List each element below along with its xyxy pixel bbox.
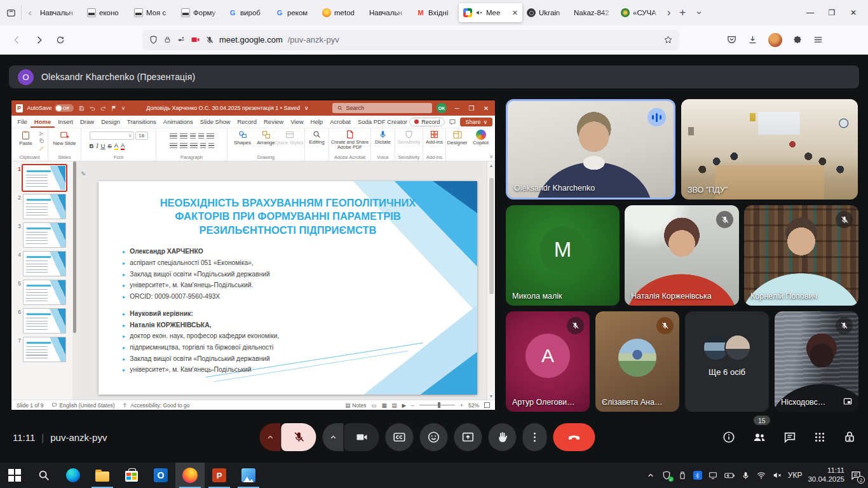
camera-options-chevron-icon[interactable] (322, 423, 343, 451)
taskbar-file-explorer[interactable] (88, 463, 117, 488)
ppt-tab-slideshow[interactable]: Slide Show (196, 116, 234, 128)
align-right-icon[interactable] (190, 143, 198, 149)
slideshow-icon[interactable]: ▶ (402, 402, 407, 409)
tab-scroll-left-icon[interactable]: ‹ (24, 8, 36, 18)
autosave-toggle[interactable]: AutoSave Off (27, 104, 74, 112)
redo-icon[interactable] (100, 105, 107, 112)
picture-in-picture-icon[interactable] (843, 396, 853, 407)
camera-button[interactable] (344, 423, 379, 451)
ppt-close-icon[interactable]: ✕ (482, 105, 491, 112)
tab-close-icon[interactable]: ✕ (512, 9, 518, 17)
zoom-out-icon[interactable]: − (411, 402, 414, 409)
camera-active-icon[interactable] (191, 35, 200, 44)
tab-scroll-right-icon[interactable]: › (667, 7, 670, 18)
slide-thumbnail[interactable]: 4 (14, 251, 71, 276)
copy-icon[interactable] (39, 138, 44, 144)
mic-options-chevron-icon[interactable] (259, 423, 280, 451)
slide-thumbnail[interactable]: 1 (14, 165, 71, 191)
copilot-button[interactable]: Copilot (470, 130, 492, 146)
battery-icon[interactable] (724, 470, 735, 481)
lock-icon[interactable] (163, 36, 172, 44)
downloads-icon[interactable] (747, 34, 758, 45)
new-tab-button[interactable]: + (679, 6, 686, 19)
present-button[interactable] (454, 423, 482, 451)
ppt-tab-acrobat[interactable]: Acrobat (327, 116, 355, 128)
start-slideshow-icon[interactable] (111, 105, 118, 112)
blocked-permission-icon[interactable] (205, 36, 214, 44)
end-call-button[interactable] (553, 423, 595, 451)
slide-thumbnail[interactable]: 2 (14, 194, 71, 219)
forward-icon[interactable] (29, 30, 48, 50)
create-pdf-button[interactable]: Create and Share Adobe PDF (331, 130, 369, 151)
address-bar[interactable]: meet.google.com/puv-anzk-pyv (142, 30, 679, 50)
tile-oleksandr-kharchenko[interactable]: Oleksandr Kharchenko (506, 99, 675, 200)
account-avatar[interactable] (768, 33, 782, 47)
back-icon[interactable] (8, 30, 27, 50)
scroll-up-icon[interactable]: ▲ (489, 161, 494, 169)
browser-tab[interactable]: Nakaz-842 (569, 3, 616, 22)
browser-tab[interactable]: Ukrain (522, 3, 569, 22)
zoom-in-icon[interactable]: + (460, 402, 463, 409)
raise-hand-button[interactable] (488, 423, 516, 451)
ppt-tab-draw[interactable]: Draw (76, 116, 97, 128)
browser-tab[interactable]: Моя с (130, 3, 177, 22)
browser-tab[interactable]: «СУЧА (616, 3, 663, 22)
taskbar-search-button[interactable] (29, 463, 58, 488)
collapse-ribbon-icon[interactable]: ∨ (489, 154, 493, 159)
scrollbar-thumb[interactable] (489, 178, 494, 294)
line-spacing-icon[interactable] (207, 133, 214, 139)
taskbar-clock[interactable]: 11:1130.04.2025 (808, 466, 844, 484)
numbering-icon[interactable] (180, 133, 187, 139)
language-indicator[interactable]: УКР (788, 471, 803, 480)
tile-overflow-more-people[interactable]: Ще 6 осіб (685, 311, 769, 412)
windows-security-icon[interactable]: ✓ (661, 470, 672, 480)
tile-niskhodovska[interactable]: Нісходовс… (775, 311, 858, 412)
tile-zvo-pdu-room[interactable]: ЗВО "ПДУ" (681, 99, 858, 200)
save-icon[interactable] (78, 105, 85, 112)
cut-icon[interactable] (39, 131, 44, 137)
taskbar-powerpoint[interactable]: P (205, 463, 234, 488)
taskbar-outlook[interactable]: O (146, 463, 175, 488)
normal-view-icon[interactable]: ▭ (371, 402, 376, 409)
tile-kornelii-popovych[interactable]: Корнелій Попович (744, 205, 858, 306)
indent-decrease-icon[interactable] (190, 133, 196, 139)
zoom-knob[interactable] (438, 402, 440, 408)
reload-icon[interactable] (51, 30, 70, 50)
usb-device-icon[interactable] (677, 470, 688, 480)
customize-caret-icon[interactable]: ∨ (121, 105, 126, 111)
slide-thumbnail[interactable]: 3 (14, 222, 71, 248)
browser-tab-active-meet[interactable]: Mee ✕ (459, 3, 522, 22)
comments-icon[interactable] (449, 118, 456, 126)
taskbar-edge[interactable] (58, 463, 88, 488)
captions-button[interactable] (385, 423, 413, 451)
browser-tab[interactable]: Gреком (271, 3, 318, 22)
canvas-scrollbar[interactable]: ▲ ▼ (487, 161, 495, 400)
ppt-tab-file[interactable]: File (14, 116, 31, 128)
italic-button[interactable]: I (96, 143, 98, 149)
bullets-icon[interactable] (170, 133, 177, 139)
browser-tab[interactable]: Gвироб (224, 3, 271, 22)
browser-tab[interactable]: Навчальн (36, 3, 83, 22)
tab-muted-speaker-icon[interactable] (475, 9, 483, 17)
host-controls-button[interactable] (843, 430, 857, 444)
highlight-color-button[interactable]: A (114, 142, 118, 150)
display-device-icon[interactable] (708, 470, 718, 480)
reading-view-icon[interactable]: ▤ (391, 402, 397, 409)
columns-icon[interactable] (208, 143, 214, 149)
slide-thumbnail[interactable]: 5 (14, 280, 71, 305)
mic-off-button[interactable] (281, 423, 316, 451)
bold-button[interactable]: B (90, 142, 94, 149)
shapes-button[interactable]: Shapes (232, 130, 254, 146)
ppt-tab-record[interactable]: Record (234, 116, 261, 128)
doc-title-caret[interactable]: ∨ (304, 105, 309, 111)
align-left-icon[interactable] (170, 143, 177, 149)
notes-button[interactable]: ▤ Notes (345, 402, 366, 409)
minimize-button[interactable]: — (799, 3, 821, 22)
tile-mykola-malik[interactable]: M Микола малік (506, 205, 620, 306)
arrange-button[interactable]: Arrange (255, 130, 277, 146)
undo-icon[interactable] (89, 105, 96, 112)
designer-button[interactable]: Designer (447, 130, 468, 146)
editing-button[interactable]: Editing (306, 130, 328, 146)
ppt-restore-icon[interactable]: ❐ (467, 105, 476, 112)
ppt-tab-design[interactable]: Design (98, 116, 124, 128)
